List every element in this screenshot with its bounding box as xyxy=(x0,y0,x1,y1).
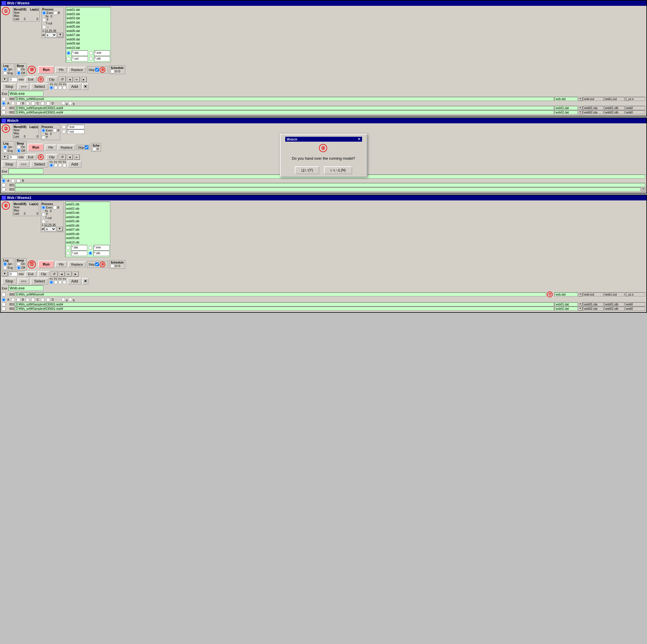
beep-off-radio-1[interactable] xyxy=(17,71,21,75)
nav-center-3[interactable]: ⇤ xyxy=(66,271,72,276)
arrow-radio-1[interactable] xyxy=(42,25,46,29)
row002-path-1[interactable] xyxy=(15,110,554,114)
dropdown-arrow-1[interactable]: ▼ xyxy=(2,77,8,82)
b-radio-3[interactable] xyxy=(11,298,15,302)
b-check-1[interactable] xyxy=(54,11,57,15)
row000-out3-3[interactable] xyxy=(625,292,645,297)
dialog-no-2[interactable]: いいえ(N) xyxy=(324,166,352,174)
filter-otb-radio-3[interactable] xyxy=(88,251,92,255)
arrow-btn-1[interactable]: <=> xyxy=(18,84,29,90)
reload-btn-1[interactable]: ↺ xyxy=(59,77,66,82)
row000-dat-1[interactable] xyxy=(555,97,578,101)
c-check-1[interactable] xyxy=(31,101,35,105)
filter-exe-radio-1[interactable] xyxy=(89,51,93,55)
row001-dat-1[interactable] xyxy=(555,106,578,110)
eng-radio-3[interactable] xyxy=(3,266,7,270)
p1-radio-1[interactable] xyxy=(50,86,53,90)
row002-out1-3[interactable] xyxy=(583,307,603,311)
nav-back-1[interactable]: ◄ xyxy=(67,77,73,82)
close-x-btn-1[interactable]: ✕ xyxy=(82,83,88,90)
tbar-radio-3[interactable] xyxy=(42,213,46,217)
p3-radio-1[interactable] xyxy=(58,86,62,90)
replace-btn-1[interactable]: Replace xyxy=(68,67,86,73)
row001-out3-1[interactable] xyxy=(625,106,645,110)
dialog-close-2[interactable]: ✕ xyxy=(358,137,360,141)
add-btn-3[interactable]: Add xyxy=(68,278,81,285)
row002-dat-3[interactable] xyxy=(555,307,578,311)
jpn-radio-1[interactable] xyxy=(3,68,7,71)
row002-x-3[interactable]: ✕ xyxy=(578,307,582,311)
d-check-3[interactable] xyxy=(46,298,50,302)
row000-dat-3[interactable] xyxy=(555,292,578,297)
d-check-1[interactable] xyxy=(46,101,50,105)
stop-btn-1[interactable]: Stop xyxy=(2,83,17,90)
sched-check-1[interactable] xyxy=(111,70,115,73)
filter-exe-radio-3[interactable] xyxy=(88,246,92,250)
p3-radio-3[interactable] xyxy=(58,280,62,284)
exec-radio-1[interactable] xyxy=(42,11,46,15)
row001-out1-1[interactable] xyxy=(583,106,603,110)
row002-check-1[interactable] xyxy=(2,110,6,114)
row000-out1-1[interactable] xyxy=(583,97,603,101)
row002-out2-3[interactable] xyxy=(604,307,624,311)
a-radio-3[interactable] xyxy=(2,298,6,302)
nav-center-1[interactable]: ⇤ xyxy=(74,77,80,82)
select-btn-1[interactable]: Select xyxy=(30,83,48,90)
filter-dat-radio-1[interactable] xyxy=(67,51,70,55)
exit-btn-1[interactable]: Exit xyxy=(25,77,37,82)
c-radio-1[interactable] xyxy=(25,101,29,105)
d-radio-3[interactable] xyxy=(41,298,45,302)
filter-out-radio-1[interactable] xyxy=(67,57,70,61)
exec-radio-3[interactable] xyxy=(42,206,46,210)
row002-out3-3[interactable] xyxy=(625,307,645,311)
row000-x-3[interactable]: ✕ xyxy=(578,292,582,297)
arrow-btn-3[interactable]: <=> xyxy=(18,278,29,284)
beep-on-radio-3[interactable] xyxy=(17,262,21,266)
reload-btn-3[interactable]: ↺ xyxy=(51,271,58,277)
row002-out3-1[interactable] xyxy=(625,110,645,114)
row002-path-3[interactable] xyxy=(15,307,554,311)
exe-input-3[interactable] xyxy=(8,286,43,291)
arrow-radio-3[interactable] xyxy=(42,220,46,223)
row001-out2-1[interactable] xyxy=(604,106,624,110)
run-btn-1[interactable]: Run xyxy=(38,66,54,74)
row002-out1-1[interactable] xyxy=(583,110,603,114)
c-check-3[interactable] xyxy=(31,298,35,302)
row002-x-1[interactable]: ✕ xyxy=(578,110,582,114)
pth-btn-1[interactable]: Pth xyxy=(55,67,67,73)
p1-radio-3[interactable] xyxy=(50,280,53,284)
skip-check-1[interactable] xyxy=(95,68,99,72)
row001-out3-3[interactable] xyxy=(625,302,645,306)
add-btn-1[interactable]: Add xyxy=(68,83,81,90)
bl-radio-3[interactable] xyxy=(68,298,72,301)
stop-btn-3[interactable]: Stop xyxy=(2,278,17,285)
row000-out2-3[interactable] xyxy=(604,292,624,297)
row002-out2-1[interactable] xyxy=(604,110,624,114)
nav-fwd-3[interactable]: ► xyxy=(73,271,79,276)
b-check2-3[interactable] xyxy=(17,298,20,302)
a-select-1[interactable]: a xyxy=(45,32,57,37)
select-btn-3[interactable]: Select xyxy=(30,278,48,285)
nav-fwd-1[interactable]: ► xyxy=(81,77,87,82)
jpn-radio-3[interactable] xyxy=(3,262,7,266)
row000-path-3[interactable] xyxy=(15,292,546,297)
row001-check-3[interactable] xyxy=(2,303,6,306)
filter-out-radio-3[interactable] xyxy=(66,251,70,255)
b-check-3[interactable] xyxy=(53,206,57,210)
row000-check-3[interactable] xyxy=(2,293,6,297)
dropdown-arrow-3[interactable]: ▼ xyxy=(2,272,8,276)
al-radio-3[interactable] xyxy=(61,298,65,301)
beep-off-radio-3[interactable] xyxy=(17,266,21,270)
row001-x-1[interactable]: ✕ xyxy=(578,106,582,110)
row001-x-3[interactable]: ✕ xyxy=(578,302,582,306)
a-select-3[interactable]: a xyxy=(45,227,56,231)
beep-on-radio-1[interactable] xyxy=(17,68,21,71)
row000-path-1[interactable] xyxy=(15,97,554,101)
c-radio-3[interactable] xyxy=(25,298,29,302)
row000-out2-1[interactable] xyxy=(604,97,624,101)
p4-radio-1[interactable] xyxy=(63,86,66,90)
dialog-yes-2[interactable]: はい(Y) xyxy=(295,166,319,174)
row001-check-1[interactable] xyxy=(2,106,6,110)
filter-otb-radio-1[interactable] xyxy=(89,57,93,61)
row002-dat-1[interactable] xyxy=(555,110,578,114)
